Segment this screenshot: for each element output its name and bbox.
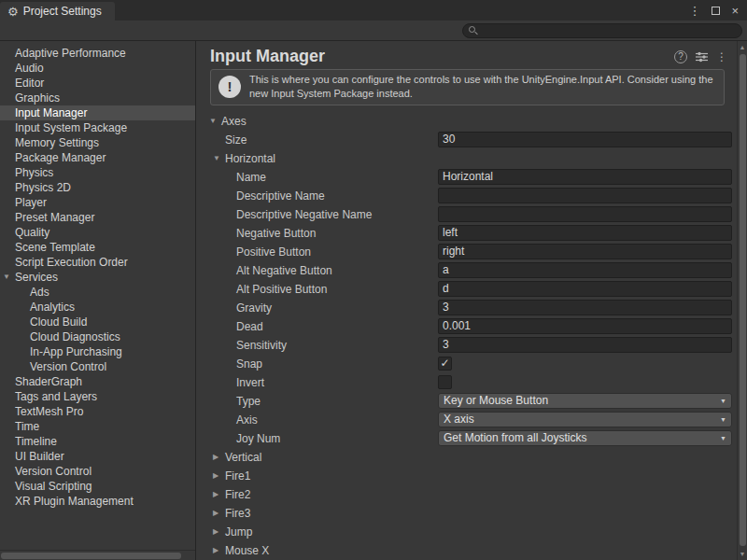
sidebar-item-editor[interactable]: Editor <box>0 76 195 91</box>
field-descriptive-negative-name[interactable] <box>438 206 732 222</box>
vertical-scrollbar[interactable]: ▲ ▼ <box>737 41 747 560</box>
property-row-axes: ▼Axes <box>196 112 737 131</box>
property-label[interactable]: Fire3 <box>225 507 250 520</box>
property-label: Size <box>225 133 247 147</box>
sidebar-item-physics[interactable]: Physics <box>0 165 195 180</box>
field-name[interactable] <box>438 169 732 185</box>
page-title: Input Manager <box>210 47 674 66</box>
window-menu-icon[interactable]: ⋮ <box>688 5 700 17</box>
settings-sidebar: Adaptive PerformanceAudioEditorGraphicsI… <box>0 41 196 560</box>
sidebar-item-tags-and-layers[interactable]: Tags and Layers <box>0 389 195 404</box>
property-label[interactable]: Fire1 <box>225 469 250 483</box>
sidebar-item-adaptive-performance[interactable]: Adaptive Performance <box>0 46 195 61</box>
sidebar-item-visual-scripting[interactable]: Visual Scripting <box>0 479 195 494</box>
property-row-descriptive-name: Descriptive Name <box>196 187 737 205</box>
window-controls: ⋮ × <box>688 0 747 21</box>
scroll-down-icon[interactable]: ▼ <box>738 551 747 557</box>
property-row-dead: Dead <box>196 317 737 336</box>
field-size[interactable] <box>438 132 732 147</box>
foldout-open-icon[interactable]: ▼ <box>213 154 220 162</box>
sidebar-item-services[interactable]: ▼Services <box>0 270 195 285</box>
sidebar-item-input-system-package[interactable]: Input System Package <box>0 120 195 135</box>
property-row-name: Name <box>196 168 737 187</box>
sidebar-item-xr-plugin-management[interactable]: XR Plugin Management <box>0 494 195 509</box>
info-box: ! This is where you can configure the co… <box>210 69 725 105</box>
sidebar-item-cloud-diagnostics[interactable]: Cloud Diagnostics <box>0 329 195 344</box>
sidebar-item-player[interactable]: Player <box>0 195 195 210</box>
foldout-open-icon[interactable]: ▼ <box>3 270 10 285</box>
sidebar-item-shadergraph[interactable]: ShaderGraph <box>0 374 195 389</box>
field-sensitivity[interactable] <box>438 337 732 353</box>
sidebar-item-time[interactable]: Time <box>0 419 195 434</box>
foldout-closed-icon[interactable]: ▶ <box>213 546 218 554</box>
sidebar-item-analytics[interactable]: Analytics <box>0 300 195 315</box>
field-alt-negative-button[interactable] <box>438 262 732 278</box>
foldout-closed-icon[interactable]: ▶ <box>213 509 218 517</box>
scrollbar-thumb[interactable] <box>1 553 181 559</box>
sidebar-item-physics-2d[interactable]: Physics 2D <box>0 180 195 195</box>
search-box[interactable] <box>462 23 742 38</box>
dropdown-type[interactable]: Key or Mouse Button▼ <box>438 393 732 409</box>
foldout-closed-icon[interactable]: ▶ <box>213 453 218 461</box>
sidebar-item-ads[interactable]: Ads <box>0 285 195 300</box>
field-dead[interactable] <box>438 318 732 334</box>
sidebar-horizontal-scrollbar[interactable] <box>0 550 196 560</box>
field-negative-button[interactable] <box>438 225 732 241</box>
sidebar-item-package-manager[interactable]: Package Manager <box>0 150 195 165</box>
sidebar-item-scene-template[interactable]: Scene Template <box>0 240 195 255</box>
sidebar-item-in-app-purchasing[interactable]: In-App Purchasing <box>0 344 195 359</box>
scroll-up-icon[interactable]: ▲ <box>738 44 747 50</box>
field-descriptive-name[interactable] <box>438 188 732 203</box>
property-label: Positive Button <box>236 245 311 259</box>
sidebar-item-timeline[interactable]: Timeline <box>0 434 195 449</box>
sidebar-item-textmesh-pro[interactable]: TextMesh Pro <box>0 404 195 419</box>
sidebar-item-label: Version Control <box>30 360 106 373</box>
property-label[interactable]: Mouse X <box>225 544 269 557</box>
sidebar-item-script-execution-order[interactable]: Script Execution Order <box>0 255 195 270</box>
sidebar-item-quality[interactable]: Quality <box>0 225 195 240</box>
scrollbar-thumb[interactable] <box>740 54 746 546</box>
window-tab-project-settings[interactable]: ⚙ Project Settings <box>0 2 115 21</box>
foldout-open-icon[interactable]: ▼ <box>209 117 217 125</box>
sidebar-item-label: Time <box>15 420 39 433</box>
search-input[interactable] <box>483 25 736 36</box>
dropdown-axis[interactable]: X axis▼ <box>438 412 732 427</box>
foldout-closed-icon[interactable]: ▶ <box>213 527 218 536</box>
property-label[interactable]: Horizontal <box>225 152 275 165</box>
property-label[interactable]: Vertical <box>225 451 261 464</box>
checkbox-snap[interactable]: ✓ <box>438 357 452 371</box>
property-label[interactable]: Fire2 <box>225 488 250 501</box>
checkbox-invert[interactable] <box>438 375 452 389</box>
foldout-closed-icon[interactable]: ▶ <box>213 471 218 480</box>
field-alt-positive-button[interactable] <box>438 281 732 297</box>
chevron-down-icon: ▼ <box>720 398 726 404</box>
close-icon[interactable]: × <box>731 5 739 17</box>
sidebar-item-version-control[interactable]: Version Control <box>0 464 195 479</box>
sidebar-list: Adaptive PerformanceAudioEditorGraphicsI… <box>0 46 195 509</box>
sidebar-item-version-control[interactable]: Version Control <box>0 359 195 374</box>
foldout-closed-icon[interactable]: ▶ <box>213 490 218 498</box>
sidebar-item-memory-settings[interactable]: Memory Settings <box>0 135 195 150</box>
sidebar-item-graphics[interactable]: Graphics <box>0 91 195 105</box>
sidebar-item-label: Timeline <box>15 435 57 448</box>
sidebar-item-input-manager[interactable]: Input Manager <box>0 105 195 120</box>
sidebar-item-label: Tags and Layers <box>15 390 97 403</box>
sidebar-item-preset-manager[interactable]: Preset Manager <box>0 210 195 225</box>
field-gravity[interactable] <box>438 300 732 315</box>
dropdown-value: Key or Mouse Button <box>444 394 716 407</box>
sidebar-item-label: Physics 2D <box>15 181 71 194</box>
field-positive-button[interactable] <box>438 244 732 259</box>
context-menu-icon[interactable]: ⋮ <box>716 51 727 63</box>
help-icon[interactable]: ? <box>674 50 687 63</box>
maximize-icon[interactable] <box>712 7 720 15</box>
property-label[interactable]: Axes <box>221 115 247 128</box>
property-row-fire3: ▶Fire3 <box>196 504 737 523</box>
sidebar-item-audio[interactable]: Audio <box>0 61 195 76</box>
sidebar-item-label: Player <box>15 196 47 209</box>
sidebar-item-ui-builder[interactable]: UI Builder <box>0 449 195 464</box>
property-label[interactable]: Jump <box>225 525 252 539</box>
dropdown-joy-num[interactable]: Get Motion from all Joysticks▼ <box>438 430 732 446</box>
presets-icon[interactable] <box>696 51 708 63</box>
property-label: Dead <box>236 320 263 333</box>
sidebar-item-cloud-build[interactable]: Cloud Build <box>0 315 195 329</box>
